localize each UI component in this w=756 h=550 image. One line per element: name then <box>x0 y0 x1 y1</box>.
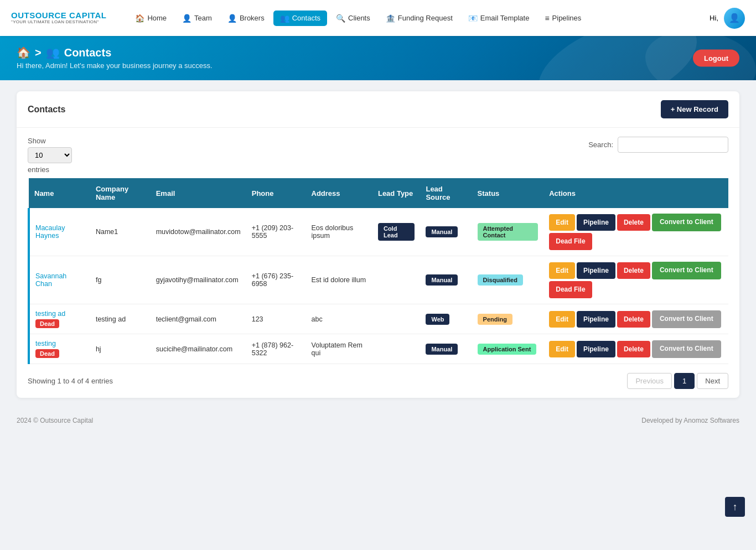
show-label: Show <box>28 137 72 145</box>
actions-cell: Edit Pipeline DeleteConvert to Client <box>549 340 723 358</box>
cell-status: Attempted Contact <box>472 208 544 256</box>
table-row: testing adDead testing ad teclient@gmail… <box>29 304 728 334</box>
table-row: testingDead hj sucicihe@mailinator.com +… <box>29 334 728 364</box>
cell-name: Savannah Chan <box>29 256 90 304</box>
breadcrumb-separator: > <box>35 46 42 59</box>
nav-email-template[interactable]: 📧 Email Template <box>462 11 536 26</box>
nav-contacts[interactable]: 👥 Contacts <box>273 11 327 26</box>
cell-phone: +1 (676) 235-6958 <box>246 256 306 304</box>
home-breadcrumb-icon: 🏠 <box>17 46 30 59</box>
delete-button[interactable]: Delete <box>617 311 650 328</box>
delete-button[interactable]: Delete <box>617 262 650 279</box>
previous-button[interactable]: Previous <box>627 373 672 389</box>
pipeline-button[interactable]: Pipeline <box>577 214 615 231</box>
contact-name-link[interactable]: Macaulay Haynes <box>35 224 65 240</box>
page-title: Contacts <box>64 46 112 59</box>
cell-company: Name1 <box>90 208 151 256</box>
next-button[interactable]: Next <box>697 373 728 389</box>
col-name: Name <box>29 178 90 208</box>
nav-brokers[interactable]: 👤 Brokers <box>221 11 271 26</box>
convert-to-client-button[interactable]: Convert to Client <box>652 310 721 328</box>
edit-button[interactable]: Edit <box>549 341 575 357</box>
cell-phone: 123 <box>246 304 306 334</box>
col-status: Status <box>472 178 544 208</box>
logout-button[interactable]: Logout <box>693 50 739 67</box>
team-icon: 👤 <box>182 14 191 23</box>
table-row: Savannah Chan fg gyjavotihy@mailinator.c… <box>29 256 728 304</box>
cell-name: testingDead <box>29 334 90 364</box>
nav-user: Hi, 👤 <box>710 8 745 29</box>
convert-to-client-button[interactable]: Convert to Client <box>652 262 721 279</box>
funding-icon: 🏦 <box>386 14 395 23</box>
brokers-icon: 👤 <box>227 14 237 23</box>
avatar[interactable]: 👤 <box>724 8 745 29</box>
pipeline-button[interactable]: Pipeline <box>577 311 615 328</box>
pipeline-button[interactable]: Pipeline <box>577 341 615 357</box>
cell-lead-source: Web <box>420 304 472 334</box>
delete-button[interactable]: Delete <box>617 341 650 357</box>
nav-clients[interactable]: 🔍 Clients <box>329 11 377 26</box>
new-record-button[interactable]: + New Record <box>661 100 728 118</box>
email-icon: 📧 <box>468 14 478 23</box>
nav-funding[interactable]: 🏦 Funding Request <box>379 11 459 26</box>
lead-type-badge: Cold Lead <box>378 223 415 241</box>
pagination: Previous 1 Next <box>627 373 728 389</box>
show-entries: Show 10 25 50 100 entries <box>28 137 72 174</box>
convert-to-client-button[interactable]: Convert to Client <box>652 340 721 358</box>
page-1-button[interactable]: 1 <box>674 373 695 389</box>
cell-email: teclient@gmail.com <box>151 304 246 334</box>
delete-button[interactable]: Delete <box>617 214 650 231</box>
clients-icon: 🔍 <box>336 14 345 23</box>
col-actions: Actions <box>543 178 728 208</box>
col-lead-source: Lead Source <box>420 178 472 208</box>
cell-actions: Edit Pipeline DeleteConvert to Client De… <box>543 208 728 256</box>
user-greeting: Hi, <box>710 14 718 22</box>
contact-name-link[interactable]: Savannah Chan <box>35 272 66 288</box>
contacts-table: Name Company Name Email Phone Address Le… <box>28 178 728 364</box>
edit-button[interactable]: Edit <box>549 214 575 231</box>
lead-source-badge: Web <box>426 314 449 325</box>
cell-address: Est id dolore illum <box>306 256 372 304</box>
credit: Developed by Anomoz Softwares <box>641 417 739 424</box>
cell-name: testing adDead <box>29 304 90 334</box>
brand-name: OUTSOURCE CAPITAL <box>11 11 106 20</box>
pipelines-icon: ≡ <box>545 14 549 23</box>
search-box: Search: <box>588 137 728 153</box>
edit-button[interactable]: Edit <box>549 311 575 328</box>
scroll-to-top-button[interactable]: ↑ <box>725 497 745 517</box>
contact-name-link[interactable]: testing <box>35 340 56 347</box>
cell-email: sucicihe@mailinator.com <box>151 334 246 364</box>
cell-lead-type <box>372 334 421 364</box>
copyright: 2024 © Outsource Capital <box>17 417 93 424</box>
dead-badge: Dead <box>35 349 59 358</box>
cell-company: testing ad <box>90 304 151 334</box>
dead-file-button[interactable]: Dead File <box>549 281 592 299</box>
cell-actions: Edit Pipeline DeleteConvert to Client <box>543 334 728 364</box>
nav-home[interactable]: 🏠 Home <box>128 11 173 26</box>
cell-address: Voluptatem Rem qui <box>306 334 372 364</box>
status-badge: Attempted Contact <box>478 223 538 241</box>
actions-cell: Edit Pipeline DeleteConvert to Client De… <box>549 214 723 250</box>
convert-to-client-button[interactable]: Convert to Client <box>652 214 721 231</box>
search-input[interactable] <box>618 137 728 153</box>
table-controls: Show 10 25 50 100 entries Search: <box>17 128 739 178</box>
cell-status: Pending <box>472 304 544 334</box>
cell-email: muvidotow@mailinator.com <box>151 208 246 256</box>
lead-source-badge: Manual <box>426 274 458 286</box>
brand-tagline: "YOUR ULTIMATE LOAN DESTINATION" <box>11 20 106 25</box>
cell-actions: Edit Pipeline DeleteConvert to Client De… <box>543 256 728 304</box>
contact-name-link[interactable]: testing ad <box>35 310 65 318</box>
actions-cell: Edit Pipeline DeleteConvert to Client <box>549 310 723 328</box>
edit-button[interactable]: Edit <box>549 262 575 279</box>
pipeline-button[interactable]: Pipeline <box>577 262 615 279</box>
nav-pipelines[interactable]: ≡ Pipelines <box>538 11 588 26</box>
main-content: Contacts + New Record Show 10 25 50 100 … <box>0 80 756 409</box>
cell-status: Disqualified <box>472 256 544 304</box>
cell-lead-source: Manual <box>420 334 472 364</box>
nav-team[interactable]: 👤 Team <box>175 11 219 26</box>
page-footer: 2024 © Outsource Capital Developed by An… <box>0 409 756 432</box>
cell-company: hj <box>90 334 151 364</box>
entries-select[interactable]: 10 25 50 100 <box>28 147 72 163</box>
cell-address: Eos doloribus ipsum <box>306 208 372 256</box>
dead-file-button[interactable]: Dead File <box>549 233 592 251</box>
